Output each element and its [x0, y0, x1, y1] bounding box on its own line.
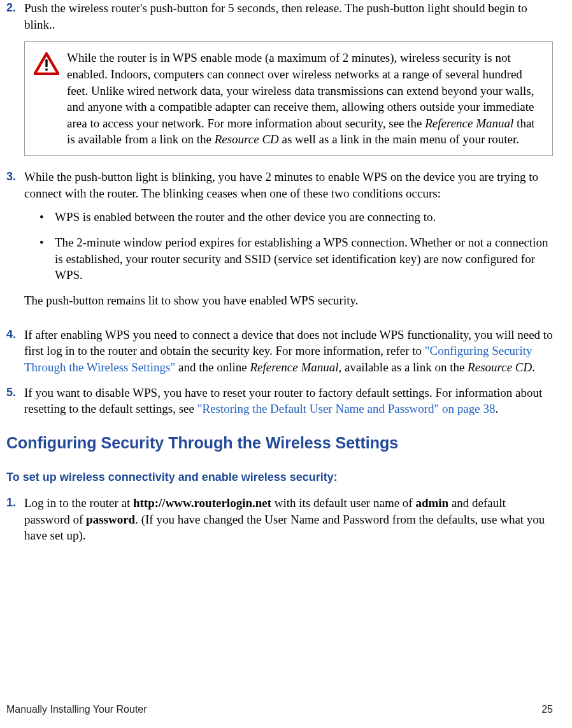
step-2: 2. Push the wireless router's push-butto… — [6, 0, 553, 32]
section-subheading: To set up wireless connectivity and enab… — [6, 469, 553, 485]
step-3-bullets: • WPS is enabled between the router and … — [39, 209, 553, 283]
warning-part-3: as well as a link in the main menu of yo… — [279, 132, 519, 146]
step-3-text: While the push-button light is blinking,… — [24, 169, 553, 201]
page-footer: Manually Installing Your Router 25 — [6, 703, 553, 717]
step-3: 3. While the push-button light is blinki… — [6, 169, 553, 317]
s1-pass: password — [86, 513, 135, 526]
step-3-bullet-2-text: The 2-minute window period expires for e… — [55, 234, 553, 283]
step-4-mid: and the online — [175, 360, 250, 374]
section-step-1-number: 1. — [6, 495, 24, 544]
section-step-1-body: Log in to the router at http://www.route… — [24, 495, 553, 544]
step-2-text: Push the wireless router's push-button f… — [24, 0, 553, 32]
svg-rect-1 — [45, 69, 47, 71]
step-5-body: If you want to disable WPS, you have to … — [24, 385, 553, 417]
step-3-bullet-2: • The 2-minute window period expires for… — [39, 234, 553, 283]
step-3-number: 3. — [6, 169, 24, 317]
step-4-resource-cd: Resource CD — [468, 360, 532, 374]
section-heading: Configuring Security Through the Wireles… — [6, 432, 553, 454]
s1-url: http://www.routerlogin.net — [133, 496, 271, 510]
section-step-1: 1. Log in to the router at http://www.ro… — [6, 495, 553, 544]
warning-resource-cd: Resource CD — [215, 132, 279, 146]
warning-box: While the router is in WPS enable mode (… — [24, 41, 553, 156]
footer-left: Manually Installing Your Router — [6, 703, 147, 717]
step-4-body: If after enabling WPS you need to connec… — [24, 327, 553, 376]
bullet-icon: • — [39, 209, 55, 225]
step-3-body: While the push-button light is blinking,… — [24, 169, 553, 317]
step-4-end: . — [532, 360, 535, 374]
s1-user: admin — [415, 496, 448, 510]
step-3-bullet-1-text: WPS is enabled between the router and th… — [55, 209, 436, 225]
step-5: 5. If you want to disable WPS, you have … — [6, 385, 553, 417]
warning-icon — [34, 52, 59, 80]
step-4: 4. If after enabling WPS you need to con… — [6, 327, 553, 376]
step-5-link[interactable]: "Restoring the Default User Name and Pas… — [197, 402, 496, 415]
step-3-after: The push-button remains lit to show you … — [24, 292, 553, 309]
bullet-icon: • — [39, 234, 55, 283]
step-4-reference-manual: Reference Manual — [250, 360, 338, 374]
s1-mid1: with its default user name of — [271, 496, 415, 510]
s1-pre: Log in to the router at — [24, 496, 133, 510]
step-2-number: 2. — [6, 0, 24, 32]
step-4-mid2: , available as a link on the — [339, 360, 468, 374]
warning-reference-manual: Reference Manual — [425, 117, 513, 130]
step-4-number: 4. — [6, 327, 24, 376]
footer-page-number: 25 — [541, 703, 553, 717]
svg-rect-0 — [45, 60, 47, 68]
step-5-end: . — [495, 402, 498, 415]
step-5-number: 5. — [6, 385, 24, 417]
step-3-bullet-1: • WPS is enabled between the router and … — [39, 209, 553, 225]
warning-text: While the router is in WPS enable mode (… — [67, 50, 543, 148]
